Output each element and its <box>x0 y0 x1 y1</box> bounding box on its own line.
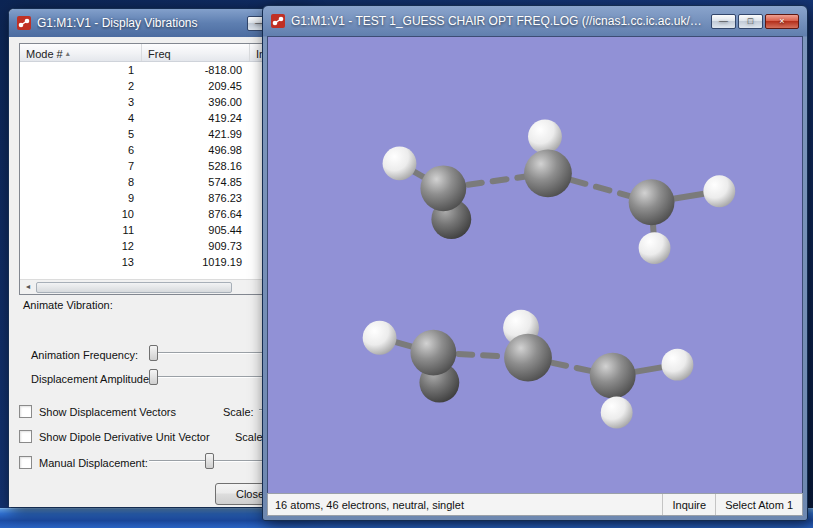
horizontal-scrollbar[interactable]: ◄ <box>20 279 298 294</box>
slider-handle[interactable] <box>149 345 158 361</box>
carbon-atom[interactable] <box>410 330 456 376</box>
mode-number-cell: 5 <box>20 126 142 142</box>
molecule-viewport[interactable] <box>267 36 803 495</box>
molecule-viewer-window: G1:M1:V1 - TEST 1_GUESS CHAIR OPT FREQ.L… <box>262 5 808 521</box>
frequency-cell: 909.73 <box>142 238 250 254</box>
mode-number-cell: 6 <box>20 142 142 158</box>
inquire-mode-indicator[interactable]: Inquire <box>662 494 715 515</box>
frequency-cell: 876.64 <box>142 206 250 222</box>
viewer-titlebar[interactable]: G1:M1:V1 - TEST 1_GUESS CHAIR OPT FREQ.L… <box>263 6 807 36</box>
hydrogen-atom[interactable] <box>703 175 735 207</box>
gaussview-app-icon <box>17 16 31 30</box>
slider-handle[interactable] <box>205 453 214 469</box>
molecule-bottom-fragment[interactable] <box>363 310 694 429</box>
frequency-cell: 496.98 <box>142 142 250 158</box>
show-displacement-vectors-label: Show Displacement Vectors <box>39 406 176 418</box>
frequency-cell: -818.00 <box>142 62 250 78</box>
slider-handle[interactable] <box>149 369 158 385</box>
select-atom-indicator[interactable]: Select Atom 1 <box>715 494 802 515</box>
manual-displacement-label: Manual Displacement: <box>39 457 148 469</box>
scale-label-2: Scale: <box>235 431 266 443</box>
mode-number-cell: 12 <box>20 238 142 254</box>
mode-number-cell: 3 <box>20 94 142 110</box>
molecule-top-fragment[interactable] <box>383 120 736 264</box>
vibration-mode-row[interactable]: 131019.19 <box>20 254 298 270</box>
column-header-mode-label: Mode # <box>26 48 63 60</box>
vibration-mode-row[interactable]: 12909.73 <box>20 238 298 254</box>
vibration-mode-row[interactable]: 11905.44 <box>20 222 298 238</box>
vibration-mode-row[interactable]: 5421.99 <box>20 126 298 142</box>
hydrogen-atom[interactable] <box>383 146 417 180</box>
carbon-atom[interactable] <box>504 334 552 382</box>
molecule-canvas <box>268 37 802 494</box>
frequency-cell: 528.16 <box>142 158 250 174</box>
vibration-mode-row[interactable]: 2209.45 <box>20 78 298 94</box>
displacement-amplitude-label: Displacement Amplitude: <box>31 373 152 385</box>
frequency-cell: 905.44 <box>142 222 250 238</box>
vibrations-window-title: G1:M1:V1 - Display Vibrations <box>37 16 241 30</box>
sort-asc-icon: ▴ <box>66 49 70 58</box>
vibration-mode-row[interactable]: 7528.16 <box>20 158 298 174</box>
vibration-modes-table: Mode # ▴ Freq In 1-818.002209.453396.004… <box>19 43 299 295</box>
frequency-cell: 574.85 <box>142 174 250 190</box>
hydrogen-atom[interactable] <box>662 349 694 381</box>
gaussview-app-icon <box>271 14 285 28</box>
vibration-mode-list: 1-818.002209.453396.004419.245421.996496… <box>20 62 298 279</box>
vibration-mode-row[interactable]: 9876.23 <box>20 190 298 206</box>
show-displacement-vectors-checkbox[interactable] <box>19 405 32 418</box>
column-header-mode[interactable]: Mode # ▴ <box>20 44 142 61</box>
mode-number-cell: 7 <box>20 158 142 174</box>
column-header-freq[interactable]: Freq <box>142 44 250 61</box>
minimize-button-icon[interactable]: — <box>711 14 736 29</box>
carbon-atom[interactable] <box>629 179 675 225</box>
scrollbar-thumb[interactable] <box>36 282 232 293</box>
frequency-cell: 876.23 <box>142 190 250 206</box>
scale-label-1: Scale: <box>223 406 254 418</box>
mode-number-cell: 10 <box>20 206 142 222</box>
carbon-atom[interactable] <box>590 353 636 399</box>
carbon-atom[interactable] <box>420 165 466 211</box>
frequency-cell: 419.24 <box>142 110 250 126</box>
mode-number-cell: 11 <box>20 222 142 238</box>
viewer-window-title: G1:M1:V1 - TEST 1_GUESS CHAIR OPT FREQ.L… <box>291 14 705 28</box>
hydrogen-atom[interactable] <box>601 397 633 429</box>
maximize-button-icon[interactable]: □ <box>738 14 763 29</box>
animation-frequency-label: Animation Frequency: <box>31 349 138 361</box>
mode-number-cell: 13 <box>20 254 142 270</box>
mode-number-cell: 9 <box>20 190 142 206</box>
molecule-summary: 16 atoms, 46 electrons, neutral, singlet <box>268 499 662 511</box>
mode-number-cell: 2 <box>20 78 142 94</box>
vibration-mode-row[interactable]: 6496.98 <box>20 142 298 158</box>
viewer-statusbar: 16 atoms, 46 electrons, neutral, singlet… <box>267 493 803 516</box>
carbon-atom[interactable] <box>524 149 572 197</box>
vibration-mode-row[interactable]: 3396.00 <box>20 94 298 110</box>
hydrogen-atom[interactable] <box>528 120 562 154</box>
frequency-cell: 396.00 <box>142 94 250 110</box>
vibration-mode-row[interactable]: 4419.24 <box>20 110 298 126</box>
show-dipole-checkbox[interactable] <box>19 430 32 443</box>
vibration-mode-row[interactable]: 8574.85 <box>20 174 298 190</box>
hydrogen-atom[interactable] <box>363 321 397 355</box>
manual-displacement-checkbox[interactable] <box>19 456 32 469</box>
vibration-mode-row[interactable]: 1-818.00 <box>20 62 298 78</box>
mode-number-cell: 4 <box>20 110 142 126</box>
scroll-left-icon[interactable]: ◄ <box>20 280 36 294</box>
frequency-cell: 1019.19 <box>142 254 250 270</box>
table-header: Mode # ▴ Freq In <box>20 44 298 62</box>
animate-vibration-label: Animate Vibration: <box>23 299 113 311</box>
frequency-cell: 421.99 <box>142 126 250 142</box>
vibration-mode-row[interactable]: 10876.64 <box>20 206 298 222</box>
close-button-icon[interactable]: × <box>765 14 799 29</box>
frequency-cell: 209.45 <box>142 78 250 94</box>
show-dipole-label: Show Dipole Derivative Unit Vector <box>39 431 210 443</box>
mode-number-cell: 8 <box>20 174 142 190</box>
mode-number-cell: 1 <box>20 62 142 78</box>
hydrogen-atom[interactable] <box>639 232 671 264</box>
